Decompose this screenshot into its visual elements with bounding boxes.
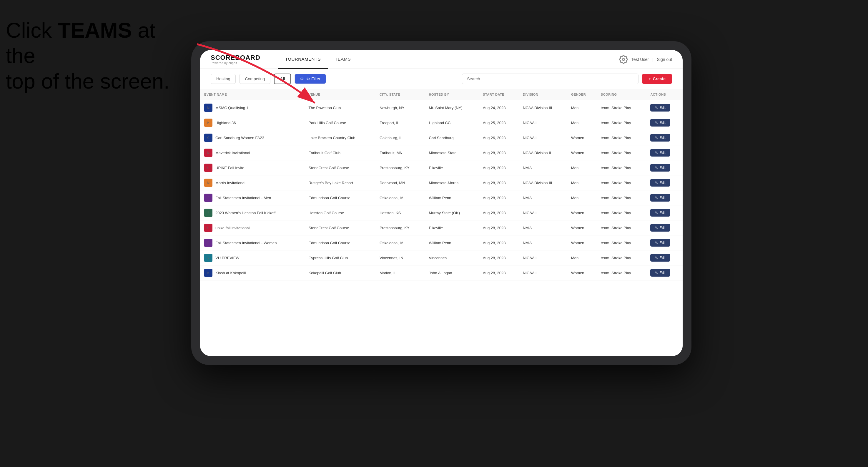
event-name-text: VU PREVIEW — [215, 256, 240, 260]
nav-signout[interactable]: Sign out — [657, 57, 672, 62]
cell-venue: Hesston Golf Course — [304, 206, 375, 220]
cell-city-state: Deerwood, MN — [375, 176, 425, 190]
cell-gender: Men — [567, 160, 597, 176]
cell-city-state: Prestonsburg, KY — [375, 160, 425, 176]
cell-event-name: U UPIKE Fall Invite — [200, 160, 304, 176]
pencil-icon: ✎ — [655, 226, 658, 230]
create-button[interactable]: + Create — [642, 74, 672, 84]
all-filter-button[interactable]: All — [274, 73, 291, 84]
cell-hosted-by: Vincennes — [425, 250, 479, 266]
cell-venue: Cypress Hills Golf Club — [304, 250, 375, 266]
nav-user: Test User — [631, 57, 649, 62]
team-logo: 2 — [204, 209, 212, 217]
cell-start-date: Aug 28, 2023 — [479, 266, 519, 280]
cell-division: NICAA I — [519, 115, 567, 130]
edit-button[interactable]: ✎ Edit — [650, 269, 670, 277]
search-input[interactable] — [462, 73, 639, 84]
cell-hosted-by: John A Logan — [425, 266, 479, 280]
team-logo: C — [204, 133, 212, 142]
tablet-screen: SCOREBOARD Powered by clippit TOURNAMENT… — [200, 50, 683, 356]
cell-event-name: M Morris Invitational — [200, 176, 304, 190]
cell-hosted-by: William Penn — [425, 190, 479, 206]
cell-actions: ✎ Edit — [646, 250, 683, 266]
hosting-filter-button[interactable]: Hosting — [211, 74, 236, 84]
event-name-text: upike fall invitational — [215, 226, 249, 230]
cell-actions: ✎ Edit — [646, 190, 683, 206]
event-name-text: Maverick Invitational — [215, 151, 250, 155]
cell-actions: ✎ Edit — [646, 236, 683, 250]
competing-filter-button[interactable]: Competing — [239, 74, 270, 84]
cell-scoring: team, Stroke Play — [597, 206, 646, 220]
edit-button[interactable]: ✎ Edit — [650, 134, 670, 142]
pencil-icon: ✎ — [655, 256, 658, 260]
edit-button[interactable]: ✎ Edit — [650, 104, 670, 112]
cell-scoring: team, Stroke Play — [597, 190, 646, 206]
cell-division: NAIA — [519, 190, 567, 206]
cell-event-name: F Fall Statesmen Invitational - Men — [200, 190, 304, 206]
cell-division: NICAA II — [519, 250, 567, 266]
edit-button[interactable]: ✎ Edit — [650, 194, 670, 201]
cell-gender: Men — [567, 190, 597, 206]
cell-scoring: team, Stroke Play — [597, 115, 646, 130]
team-logo: H — [204, 119, 212, 127]
cell-gender: Men — [567, 250, 597, 266]
filter-label: ⚙ Filter — [306, 76, 320, 81]
tablet-frame: SCOREBOARD Powered by clippit TOURNAMENT… — [191, 41, 691, 365]
pencil-icon: ✎ — [655, 166, 658, 170]
nav-teams[interactable]: TEAMS — [328, 50, 358, 69]
edit-button[interactable]: ✎ Edit — [650, 149, 670, 157]
edit-label: Edit — [659, 151, 665, 155]
edit-label: Edit — [659, 121, 665, 125]
pencil-icon: ✎ — [655, 181, 658, 185]
table-row: M MSMC Qualifying 1 The Powelton Club Ne… — [200, 100, 683, 115]
cell-city-state: Prestonsburg, KY — [375, 220, 425, 236]
cell-city-state: Freeport, IL — [375, 115, 425, 130]
team-logo: V — [204, 254, 212, 262]
cell-hosted-by: Minnesota-Morris — [425, 176, 479, 190]
edit-label: Edit — [659, 211, 665, 215]
event-name-text: Klash at Kokopelli — [215, 271, 246, 275]
table-row: 2 2023 Women's Hesston Fall Kickoff Hess… — [200, 206, 683, 220]
edit-button[interactable]: ✎ Edit — [650, 239, 670, 247]
edit-button[interactable]: ✎ Edit — [650, 224, 670, 231]
col-city-state: CITY, STATE — [375, 89, 425, 100]
edit-label: Edit — [659, 226, 665, 230]
table-body: M MSMC Qualifying 1 The Powelton Club Ne… — [200, 100, 683, 280]
cell-start-date: Aug 26, 2023 — [479, 130, 519, 145]
nav-tournaments[interactable]: TOURNAMENTS — [278, 50, 328, 69]
pencil-icon: ✎ — [655, 151, 658, 155]
edit-button[interactable]: ✎ Edit — [650, 209, 670, 217]
cell-start-date: Aug 28, 2023 — [479, 190, 519, 206]
cell-event-name: H Highland 36 — [200, 115, 304, 130]
cell-event-name: K Klash at Kokopelli — [200, 266, 304, 280]
edit-label: Edit — [659, 271, 665, 275]
cell-venue: Park Hills Golf Course — [304, 115, 375, 130]
cell-start-date: Aug 28, 2023 — [479, 250, 519, 266]
cell-venue: StoneCrest Golf Course — [304, 160, 375, 176]
gear-icon[interactable] — [619, 55, 628, 64]
cell-gender: Men — [567, 100, 597, 115]
cell-gender: Women — [567, 206, 597, 220]
cell-city-state: Hesston, KS — [375, 206, 425, 220]
filter-button[interactable]: ⚙ ⚙ Filter — [294, 74, 326, 84]
table-row: U UPIKE Fall Invite StoneCrest Golf Cour… — [200, 160, 683, 176]
cell-venue: Edmundson Golf Course — [304, 236, 375, 250]
cell-start-date: Aug 28, 2023 — [479, 236, 519, 250]
cell-start-date: Aug 28, 2023 — [479, 220, 519, 236]
create-label: Create — [653, 76, 665, 81]
edit-button[interactable]: ✎ Edit — [650, 179, 670, 187]
cell-hosted-by: Pikeville — [425, 220, 479, 236]
col-hosted-by: HOSTED BY — [425, 89, 479, 100]
event-name-text: UPIKE Fall Invite — [215, 166, 244, 170]
pencil-icon: ✎ — [655, 241, 658, 245]
table-row: K Klash at Kokopelli Kokopelli Golf Club… — [200, 266, 683, 280]
table-row: M Morris Invitational Ruttger's Bay Lake… — [200, 176, 683, 190]
edit-button[interactable]: ✎ Edit — [650, 254, 670, 261]
table-row: F Fall Statesmen Invitational - Women Ed… — [200, 236, 683, 250]
edit-button[interactable]: ✎ Edit — [650, 164, 670, 172]
edit-button[interactable]: ✎ Edit — [650, 119, 670, 127]
cell-event-name: V VU PREVIEW — [200, 250, 304, 266]
team-logo: U — [204, 224, 212, 232]
cell-scoring: team, Stroke Play — [597, 266, 646, 280]
table-row: U upike fall invitational StoneCrest Gol… — [200, 220, 683, 236]
